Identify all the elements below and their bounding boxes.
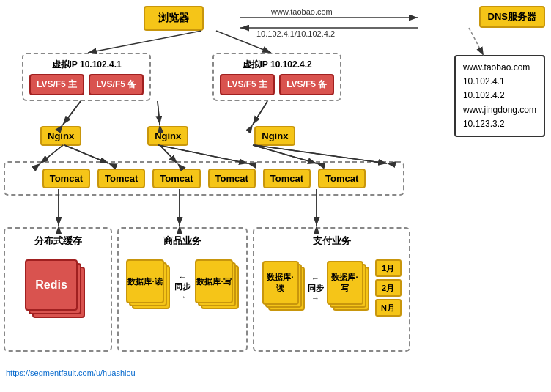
svg-line-7 [216,31,271,53]
goods-sync: ← 同步 → [174,273,191,301]
info-box: www.taobao.com 10.102.4.1 10.102.4.2 www… [454,55,545,137]
pay-sync: ← 同步 → [308,274,324,303]
month-n: N月 [375,299,402,317]
lvs-primary-2: LVS/F5 主 [220,74,275,95]
svg-line-8 [63,101,81,125]
tomcat-3: Tomcat [152,169,200,188]
dns-box: DNS服务器 [479,6,545,28]
info-line-1: www.taobao.com [463,61,536,75]
svg-line-5 [469,28,484,56]
lvs-primary-1: LVS/F5 主 [29,74,84,95]
goods-section-label: 商品业务 [163,234,201,248]
pay-db-write: 数据库·写 [327,261,363,305]
svg-line-13 [253,101,267,125]
info-line-4: www.jingdong.com [463,103,536,117]
lvs-backup-2: LVS/F5 备 [279,74,334,95]
svg-line-11 [158,101,160,125]
nginx-3: Nginx [254,126,295,146]
tomcat-1: Tomcat [42,169,90,188]
pay-db-read: 数据库·读 [262,261,299,305]
footer-link[interactable]: https://segmentfault.com/u/huashiou [6,369,136,377]
svg-line-12 [253,101,267,125]
ip-text: 10.102.4.1/10.102.4.2 [256,29,335,38]
goods-db-write: 数据库·写 [195,259,233,303]
redis-label: Redis [35,278,67,292]
info-line-2: 10.102.4.1 [463,75,536,89]
cache-section-label: 分布式缓存 [34,234,82,248]
month-2: 2月 [375,279,402,297]
goods-db-read: 数据库·读 [126,259,164,303]
tomcat-4: Tomcat [208,169,256,188]
vip2-label: 虚拟IP 10.102.4.2 [243,59,312,71]
tomcat-2: Tomcat [97,169,145,188]
nginx-2: Nginx [147,126,188,146]
tomcat-5: Tomcat [263,169,311,188]
lvs-backup-1: LVS/F5 备 [89,74,144,95]
info-line-3: 10.102.4.2 [463,89,536,103]
browser-box: 浏览器 [144,6,204,31]
month-1: 1月 [375,259,402,277]
domain-text: www.taobao.com [270,7,333,16]
svg-line-10 [158,101,160,125]
info-line-5: 10.123.3.2 [463,117,536,131]
svg-line-9 [63,101,81,125]
tomcat-6: Tomcat [318,169,366,188]
vip1-label: 虚拟IP 10.102.4.1 [52,59,122,71]
payment-section-label: 支付业务 [313,234,351,248]
nginx-1: Nginx [40,126,81,146]
svg-line-6 [88,31,201,53]
